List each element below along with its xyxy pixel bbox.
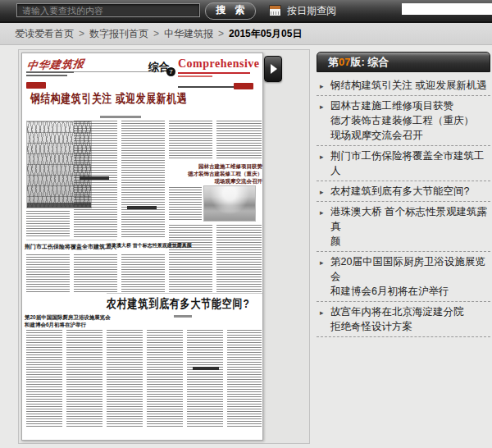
bottom-left-headline-line: 和建博会6月初将在沪举行 — [25, 321, 115, 328]
sidebar-article-line: 德才装饰古建装修工程（重庆） — [330, 115, 474, 126]
calendar-icon — [269, 5, 281, 16]
sidebar-article-line: 故宫年内将在北京海淀建分院 — [330, 306, 464, 318]
breadcrumb-paper[interactable]: 中华建筑报 — [164, 28, 213, 39]
sidebar-article-line: 和建博会6月初将在沪举行 — [330, 286, 449, 297]
column-subhead — [193, 367, 219, 370]
sidebar-article[interactable]: ▸园林古建施工维修项目获赞德才装饰古建装修工程（重庆）现场观摩交流会召开 — [317, 96, 490, 146]
body-text-column — [216, 225, 262, 292]
red-label-tag — [26, 82, 46, 89]
arrow-bullet-icon: ▸ — [320, 255, 324, 270]
edition-prefix: 第 — [328, 56, 339, 68]
sidebar-article-line: 第20届中国国际厨房卫浴设施展览会 — [330, 256, 485, 282]
edition-number: 07 — [339, 56, 350, 68]
red-label-tag — [234, 83, 253, 89]
edition-suffix: 版: 综合 — [350, 56, 389, 68]
browse-by-date[interactable]: 按日期查阅 — [269, 4, 336, 17]
right-headline-line: 园林古建施工维修项目获赞 — [184, 162, 262, 170]
article-divider — [26, 240, 116, 240]
masthead-info-line — [26, 75, 67, 76]
arrow-bullet-icon: ▸ — [320, 205, 324, 220]
body-text-column — [26, 330, 62, 427]
right-headline-line: 现场观摩交流会召开 — [184, 177, 262, 185]
breadcrumb-separator: > — [79, 28, 84, 39]
body-text-column — [227, 330, 262, 427]
arrow-bullet-icon: ▸ — [320, 149, 324, 164]
newspaper-viewer: 中华建筑报 综合 7 Comprehensive 钢结构建筑引关注 或迎发展新机… — [18, 49, 310, 444]
column-subhead — [127, 206, 157, 209]
breadcrumb-home[interactable]: 爱读爱看首页 — [15, 28, 74, 39]
right-article-headline: 园林古建施工维修项目获赞 德才装饰古建装修工程（重庆） 现场观摩交流会召开 — [184, 162, 262, 185]
article-sidebar: 第07版: 综合 ▸钢结构建筑引关注 或迎发展新机遇▸园林古建施工维修项目获赞德… — [317, 52, 490, 337]
body-text-column — [169, 121, 212, 160]
arrow-bullet-icon: ▸ — [320, 99, 324, 114]
body-text-column — [74, 254, 117, 292]
column-subhead — [80, 176, 109, 180]
breadcrumb-paper-index[interactable]: 数字报刊首页 — [89, 28, 148, 39]
arrow-bullet-icon: ▸ — [320, 79, 324, 94]
body-text-column — [121, 254, 165, 292]
browse-by-date-label: 按日期查阅 — [287, 4, 336, 18]
section-name-en: Comprehensive — [178, 57, 260, 71]
masthead-red-rule — [178, 72, 250, 74]
body-text-column — [26, 211, 70, 238]
mini-headline-left: 荆门市工伤保险将覆盖全市建筑工人 — [25, 243, 116, 251]
newspaper-page-image: 中华建筑报 综合 7 Comprehensive 钢结构建筑引关注 或迎发展新机… — [21, 53, 263, 441]
bottom-left-headline: 第20届中国国际厨房卫浴设施展览会 和建博会6月初将在沪举行 — [25, 313, 115, 328]
sidebar-article[interactable]: ▸港珠澳大桥 首个标志性景观建筑露真颜 — [317, 202, 490, 252]
sidebar-article[interactable]: ▸荆门市工伤保险将覆盖全市建筑工人 — [317, 146, 490, 181]
sidebar-article-line: 拒绝奇怪设计方案 — [330, 321, 412, 332]
breadcrumb-current-date: 2015年05月05日 — [229, 28, 302, 39]
body-text-column — [107, 330, 143, 427]
byline — [100, 116, 141, 118]
byline — [174, 315, 192, 318]
sidebar-article-line: 钢结构建筑引关注 或迎发展新机遇 — [330, 80, 487, 91]
right-headline-line: 德才装饰古建装修工程（重庆） — [184, 170, 262, 177]
body-text-column — [26, 254, 70, 292]
body-text-column — [147, 330, 183, 427]
bottom-left-headline-line: 第20届中国国际厨房卫浴设施展览会 — [25, 313, 115, 321]
sidebar-article[interactable]: ▸第20届中国国际厨房卫浴设施展览会和建博会6月初将在沪举行 — [317, 252, 490, 302]
arrow-bullet-icon: ▸ — [320, 305, 324, 320]
body-text-column — [121, 121, 165, 237]
search-input[interactable] — [16, 3, 200, 17]
sidebar-article-list: ▸钢结构建筑引关注 或迎发展新机遇▸园林古建施工维修项目获赞德才装饰古建装修工程… — [317, 75, 490, 337]
arrow-right-icon — [271, 64, 277, 74]
sidebar-article-line: 颜 — [330, 235, 341, 247]
main-headline: 钢结构建筑引关注 或迎发展新机遇 — [30, 91, 187, 107]
breadcrumb-separator: > — [153, 28, 159, 39]
next-page-button[interactable] — [264, 56, 282, 82]
conference-photo — [203, 185, 256, 222]
page-number-badge: 7 — [166, 67, 175, 76]
breadcrumb: 爱读爱看首页>数字报刊首页>中华建筑报>2015年05月05日 — [0, 23, 492, 45]
sidebar-article-line: 荆门市工伤保险将覆盖全市建筑工人 — [330, 150, 485, 176]
sidebar-article-line: 港珠澳大桥 首个标志性景观建筑露真 — [330, 206, 487, 232]
body-text-column — [169, 225, 212, 292]
digital-newspaper-reader: 搜 索 按日期查阅 爱读爱看首页>数字报刊首页>中华建筑报>2015年05月05… — [0, 0, 492, 448]
sidebar-article[interactable]: ▸农村建筑到底有多大节能空间? — [317, 181, 490, 202]
editor-rule — [178, 86, 234, 88]
body-text-column — [216, 121, 262, 160]
edition-header: 第07版: 综合 — [317, 52, 490, 72]
top-toolbar: 搜 索 按日期查阅 — [0, 0, 492, 23]
sidebar-article[interactable]: ▸故宫年内将在北京海淀建分院拒绝奇怪设计方案 — [317, 302, 490, 337]
date-field[interactable] — [402, 3, 492, 15]
article-divider — [107, 293, 262, 294]
masthead-info-line — [26, 71, 74, 73]
masthead-date-line — [178, 75, 212, 77]
body-text-column — [187, 330, 223, 427]
breadcrumb-separator: > — [218, 28, 224, 39]
body-text-column — [66, 330, 102, 427]
feature-headline: 农村建筑到底有多大节能空间? — [107, 296, 250, 312]
body-text-column — [169, 187, 202, 222]
sidebar-article-line: 园林古建施工维修项目获赞 — [330, 100, 453, 112]
sidebar-article-line: 农村建筑到底有多大节能空间? — [330, 185, 469, 197]
search-button[interactable]: 搜 索 — [205, 2, 256, 20]
arrow-bullet-icon: ▸ — [320, 185, 324, 199]
sidebar-article-line: 现场观摩交流会召开 — [330, 130, 423, 141]
sidebar-article[interactable]: ▸钢结构建筑引关注 或迎发展新机遇 — [317, 75, 490, 96]
